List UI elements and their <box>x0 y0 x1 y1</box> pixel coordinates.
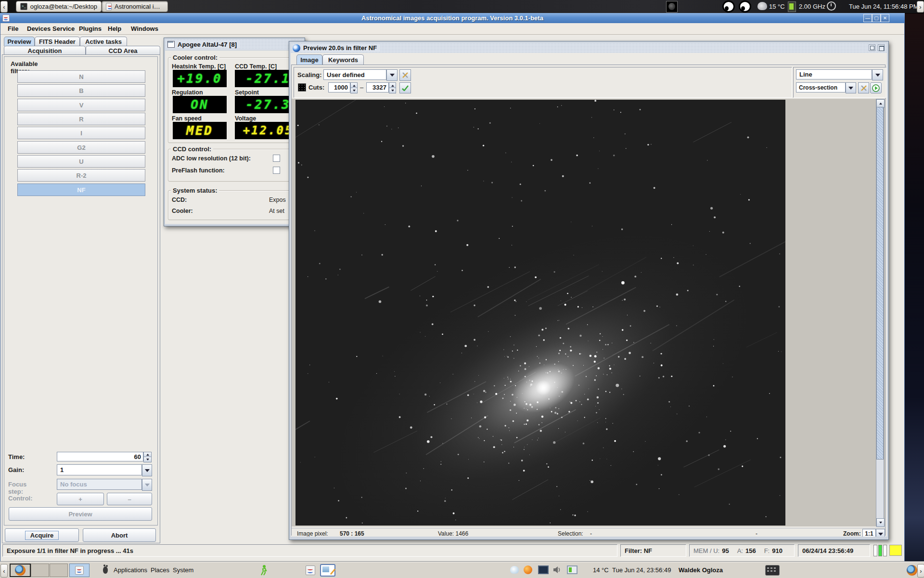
scaling-tools-button[interactable] <box>399 69 411 81</box>
cut-high-input[interactable]: 3327 <box>366 82 389 92</box>
tray-user-name[interactable]: Waldek Ogloza <box>679 566 723 574</box>
vertical-scrollbar[interactable] <box>876 99 884 526</box>
panel-collapse-left-button[interactable]: ‹ <box>0 564 8 578</box>
preview-restore-button[interactable] <box>869 44 875 51</box>
cut-low-input[interactable]: 1000 <box>328 82 350 92</box>
tab-keywords[interactable]: Keywords <box>322 54 364 65</box>
image-canvas[interactable] <box>292 99 885 526</box>
filter-button-v[interactable]: V <box>17 99 145 111</box>
abort-button[interactable]: Abort <box>83 528 156 542</box>
firefox-launcher-icon[interactable] <box>907 565 917 576</box>
time-value: 60 <box>134 453 141 460</box>
maximize-button[interactable]: ▢ <box>872 14 881 22</box>
window-list-astro-app[interactable] <box>69 564 90 577</box>
adc-checkbox[interactable] <box>273 155 280 162</box>
preview-maximize-button[interactable] <box>878 44 885 51</box>
cuts-thumbnail-icon <box>298 83 306 92</box>
moon-phase-icon[interactable] <box>666 1 678 13</box>
window-list-item-3[interactable] <box>50 564 68 577</box>
tray-update-icon[interactable] <box>524 565 532 574</box>
tab-image[interactable]: Image <box>296 54 322 65</box>
line-select[interactable]: Line <box>796 69 872 79</box>
section-tools-button[interactable] <box>858 82 869 93</box>
filter-button-i[interactable]: I <box>17 127 145 139</box>
tray-display-icon[interactable] <box>538 565 549 574</box>
close-button[interactable]: ✕ <box>881 14 889 22</box>
taskbar-collapse-right-button[interactable]: › <box>917 1 924 13</box>
preview-titlebar[interactable]: Preview 20.0s in filter NF <box>291 43 887 53</box>
tab-active-tasks[interactable]: Active tasks <box>80 37 127 46</box>
keyboard-indicator-icon[interactable] <box>765 565 780 576</box>
gain-select[interactable]: 1 <box>57 464 142 475</box>
scaling-select[interactable]: User defined <box>323 69 386 80</box>
scaling-dropdown-arrow[interactable] <box>386 69 398 81</box>
apogee-titlebar[interactable]: Apogee AltaU-47 [8] <box>165 39 304 50</box>
running-man-icon[interactable] <box>258 565 268 576</box>
filter-button-n[interactable]: N <box>17 70 145 83</box>
screenshot-tool-icon[interactable] <box>320 564 335 577</box>
task-button-astro-app[interactable]: Astronomical images a... <box>102 1 168 12</box>
window-list-item-2[interactable] <box>31 564 49 577</box>
menu-system[interactable]: System <box>173 566 193 574</box>
preflash-checkbox[interactable] <box>273 167 280 174</box>
preview-window-icon <box>293 44 300 52</box>
menu-service[interactable]: Service <box>52 25 75 32</box>
scroll-thumb[interactable] <box>876 107 884 460</box>
tray-weather-icon[interactable] <box>510 566 519 574</box>
zoom-select[interactable]: 1:1 <box>862 529 876 537</box>
clock[interactable]: Tue Jun 24, 11:56:48 PM <box>849 3 919 10</box>
java-tray-icon[interactable] <box>306 565 315 575</box>
gain-dropdown-arrow[interactable] <box>142 464 152 476</box>
desktop-background <box>905 13 924 562</box>
cpu-icon[interactable] <box>788 1 796 12</box>
cut-high-spinner-down[interactable] <box>389 88 396 93</box>
acquire-button[interactable]: Acquire <box>5 528 79 542</box>
filter-button-b[interactable]: B <box>17 84 145 97</box>
scroll-down-button[interactable] <box>876 518 885 527</box>
menu-windows[interactable]: Windows <box>131 25 158 32</box>
run-profile-button[interactable] <box>870 82 882 93</box>
time-input[interactable]: 60 <box>57 452 143 461</box>
tab-ccd-area[interactable]: CCD Area <box>86 46 160 55</box>
statusbar-dash: - <box>756 530 757 537</box>
tab-acquisition[interactable]: Acquisition <box>4 46 86 55</box>
menu-help[interactable]: Help <box>108 25 121 32</box>
menu-plugins[interactable]: Plugins <box>79 25 102 32</box>
filter-button-u[interactable]: U <box>17 155 145 168</box>
power-icon[interactable] <box>827 1 836 11</box>
weather-icon[interactable] <box>757 2 767 10</box>
panel-collapse-right-button[interactable]: › <box>917 564 924 578</box>
filter-button-nf[interactable]: NF <box>17 184 145 196</box>
star-image[interactable] <box>295 100 785 525</box>
tray-volume-icon[interactable] <box>552 565 562 574</box>
cpu-freq: 2.00 GHz <box>799 3 825 10</box>
tab-fits-header[interactable]: FITS Header <box>35 37 80 46</box>
section-select[interactable]: Cross-section <box>796 82 846 92</box>
menu-places[interactable]: Places <box>151 566 169 574</box>
filter-button-r[interactable]: R <box>17 113 145 125</box>
main-window-titlebar[interactable]: Astronomical images acquisition program.… <box>0 13 905 23</box>
filter-button-g2[interactable]: G2 <box>17 141 145 154</box>
cut-low-spinner-down[interactable] <box>350 88 358 93</box>
time-spinner-down[interactable] <box>143 457 152 462</box>
java-icon <box>2 14 10 22</box>
filter-button-r2[interactable]: R-2 <box>17 169 145 182</box>
apply-cuts-button[interactable] <box>399 82 411 93</box>
line-dropdown-arrow[interactable] <box>872 69 883 80</box>
minimize-button[interactable]: — <box>863 14 872 22</box>
gnome-foot-icon[interactable] <box>103 566 108 574</box>
menu-devices[interactable]: Devices <box>27 25 51 32</box>
filter-status: Filter: NF <box>620 544 686 557</box>
window-list-firefox[interactable] <box>10 564 31 577</box>
task-button-terminal[interactable]: >_ ogloza@beta:~/Desktop <box>16 1 102 12</box>
tray-monitor-icon[interactable] <box>567 565 578 574</box>
menu-applications[interactable]: Applications <box>114 566 147 574</box>
menu-file[interactable]: File <box>8 25 18 32</box>
zoom-dropdown-arrow[interactable] <box>876 529 885 537</box>
tab-preview[interactable]: Preview <box>4 37 35 46</box>
section-dropdown-arrow[interactable] <box>846 82 856 93</box>
tray-clock[interactable]: Tue Jun 24, 23:56:49 <box>612 566 671 574</box>
taskbar-collapse-left-button[interactable]: ‹ <box>0 1 8 13</box>
xeyes-icon <box>722 0 752 13</box>
filter-text: Filter: NF <box>625 547 652 554</box>
